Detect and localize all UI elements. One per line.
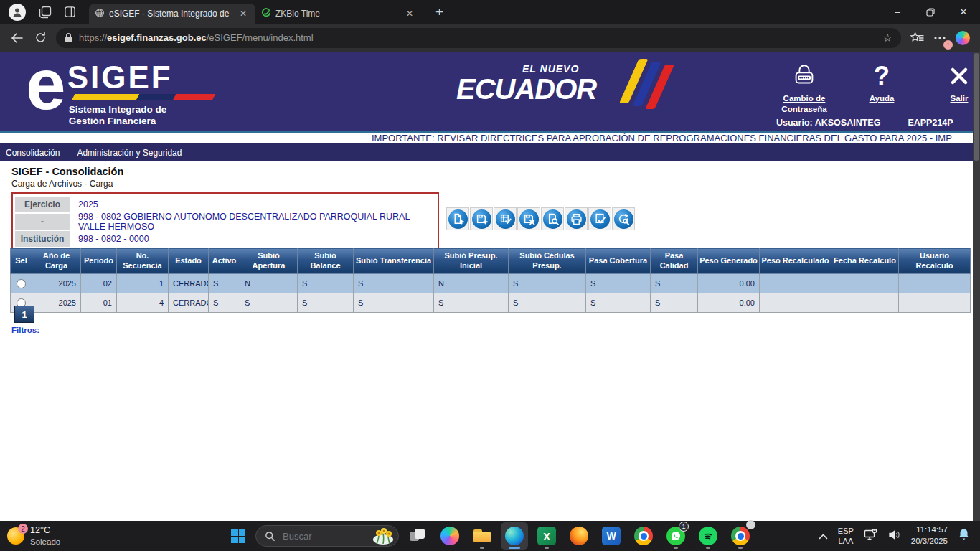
preview-document-icon <box>543 209 562 229</box>
column-header: Periodo <box>81 248 117 274</box>
new-tab-button[interactable]: + <box>435 5 443 19</box>
table-row: 2025021CERRADOSNSSNSSS0.00 <box>11 274 971 293</box>
table-cell: S <box>298 274 354 293</box>
taskbar: 2 12°C Soleado XW1 <box>0 521 980 551</box>
approve-document-icon <box>590 209 610 229</box>
tab-close-icon[interactable]: ✕ <box>403 9 416 19</box>
weather-widget[interactable]: 2 12°C Soleado <box>7 521 60 551</box>
new-document-button[interactable] <box>446 207 469 230</box>
address-bar[interactable]: https://esigef.finanzas.gob.ec/eSIGEF/me… <box>56 28 901 48</box>
workspaces-icon[interactable] <box>33 3 57 22</box>
browser-tab[interactable]: eSIGEF - Sistema Integrado de Ge✕ <box>89 4 255 24</box>
url-scheme: https:// <box>79 32 107 43</box>
help-icon: ? <box>874 60 890 92</box>
running-indicator <box>509 547 520 549</box>
tab-list: eSIGEF - Sistema Integrado de Ge✕ZKBio T… <box>89 0 422 24</box>
ecuador-logo: EL NUEVO ECUADOR <box>456 63 614 103</box>
search-refresh-button[interactable] <box>612 207 635 230</box>
save-record-button[interactable] <box>470 207 493 230</box>
browser-tab[interactable]: ZKBio Time✕ <box>255 4 422 24</box>
search-input[interactable] <box>281 530 363 542</box>
weather-temp: 12°C <box>30 525 60 537</box>
table-cell: S <box>651 274 698 293</box>
taskbar-app-chrome[interactable] <box>630 522 657 550</box>
row-select-radio[interactable] <box>17 279 26 288</box>
network-icon[interactable] <box>864 529 878 544</box>
form-row: Ejercicio2025 <box>15 197 435 212</box>
favorite-star-icon[interactable]: ☆ <box>883 32 892 44</box>
table-cell: N <box>240 274 298 293</box>
running-indicator <box>706 547 710 549</box>
table-cell <box>831 274 899 293</box>
running-indicator <box>480 547 484 549</box>
start-button[interactable] <box>226 524 250 548</box>
validate-form-button[interactable] <box>494 207 517 230</box>
form-value: 998 - 0802 - 0000 <box>72 231 435 247</box>
tray-chevron-icon[interactable] <box>819 529 828 542</box>
taskbar-search[interactable] <box>255 525 399 547</box>
vertical-tabs-icon[interactable] <box>57 3 82 22</box>
column-header: Usuario Recalculo <box>899 248 971 274</box>
table-cell: S <box>586 274 651 293</box>
lock-icon[interactable] <box>65 33 72 42</box>
favorites-icon[interactable] <box>905 27 928 49</box>
ecuador-logo-main: ECUADOR <box>456 75 614 103</box>
logo-e: e <box>26 56 63 112</box>
page-scrollbar[interactable] <box>973 52 980 521</box>
volume-icon[interactable] <box>888 529 901 543</box>
header-action-ayuda[interactable]: ?Ayuda <box>852 60 911 115</box>
menu-item-administración-y-seguridad[interactable]: Administración y Seguridad <box>77 148 182 158</box>
scrollbar-thumb[interactable] <box>974 53 979 161</box>
restore-button[interactable] <box>914 0 947 24</box>
table-cell: S <box>586 293 651 313</box>
taskbar-app-firefox[interactable] <box>565 522 593 550</box>
browser-profile-avatar[interactable] <box>9 4 26 21</box>
approve-document-button[interactable] <box>588 207 611 230</box>
tab-close-icon[interactable]: ✕ <box>237 9 250 19</box>
taskbar-app-whatsapp[interactable]: 1 <box>662 522 689 550</box>
taskbar-app-word[interactable]: W <box>598 522 625 550</box>
copilot-icon[interactable] <box>951 27 974 49</box>
page-content: SIGEF - Consolidación Carga de Archivos … <box>0 161 980 521</box>
new-document-icon <box>448 209 468 229</box>
preview-document-button[interactable] <box>541 207 564 230</box>
page-number-button[interactable]: 1 <box>14 306 34 323</box>
header-action-label: Salir <box>951 93 969 104</box>
menu-item-consolidación[interactable]: Consolidación <box>6 148 60 158</box>
marquee-text: IMPORTANTE: REVISAR DIRECTRICES PARA APR… <box>372 133 952 143</box>
column-header: Sel <box>11 248 32 274</box>
header-action-cambio-de-contraseña[interactable]: Cambio de Contraseña <box>775 60 834 115</box>
header-action-label: Cambio de Contraseña <box>775 93 834 115</box>
taskbar-app-excel[interactable]: X <box>533 522 560 550</box>
notification-bell-icon[interactable] <box>958 528 970 544</box>
table-cell: 0.00 <box>698 293 760 313</box>
browser-toolbar: https://esigef.finanzas.gob.ec/eSIGEF/me… <box>0 24 980 52</box>
system-tray: ESPLAA 11:14:57 20/3/2025 <box>819 521 970 551</box>
taskbar-app-file-explorer[interactable] <box>468 522 496 550</box>
minimize-button[interactable]: – <box>881 0 914 24</box>
table-cell: S <box>298 293 354 313</box>
language-indicator[interactable]: ESPLAA <box>838 526 854 547</box>
table-cell <box>760 274 831 293</box>
table-cell: CERRADO <box>169 293 209 313</box>
close-window-button[interactable]: ✕ <box>947 0 980 24</box>
print-document-button[interactable] <box>565 207 588 230</box>
taskbar-app-spotify[interactable] <box>694 522 722 550</box>
settings-more-icon[interactable]: ↑ <box>928 27 951 49</box>
taskbar-app-chrome-profile[interactable] <box>727 522 754 550</box>
taskbar-app-task-view[interactable] <box>404 522 431 550</box>
delete-record-icon <box>519 209 539 229</box>
filters-link[interactable]: Filtros: <box>11 326 39 334</box>
column-header: Pasa Cobertura <box>586 248 651 274</box>
taskbar-app-copilot[interactable] <box>436 522 463 550</box>
url-path: /eSIGEF/menu/index.html <box>207 32 314 43</box>
search-highlight-flowers-icon <box>371 527 395 545</box>
table-cell <box>899 293 971 313</box>
taskbar-app-edge[interactable] <box>501 522 528 550</box>
clock[interactable]: 11:14:57 20/3/2025 <box>911 524 948 547</box>
table-row: 2025014CERRADOSSSSSSSS0.00 <box>11 293 971 313</box>
delete-record-button[interactable] <box>517 207 540 230</box>
taskbar-center: XW1 <box>226 522 754 550</box>
page-subtitle: Carga de Archivos - Carga <box>11 179 113 189</box>
save-record-icon <box>472 209 491 229</box>
